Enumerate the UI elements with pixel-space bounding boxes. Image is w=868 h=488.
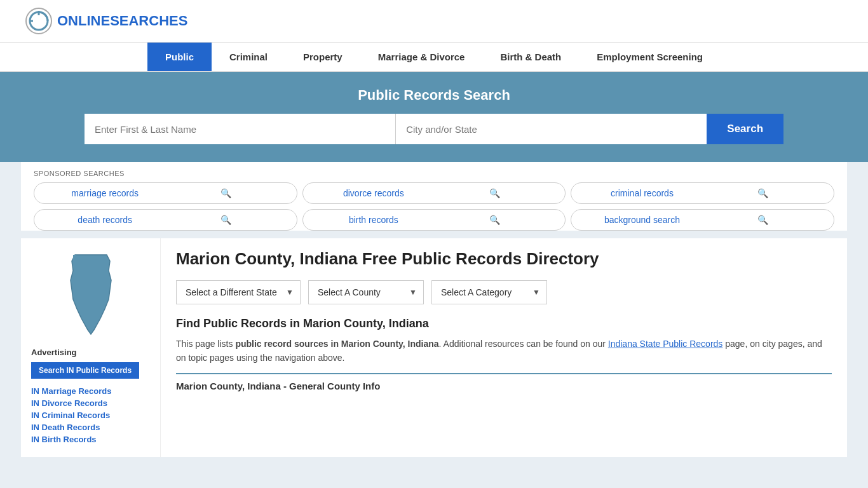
- page-title: Marion County, Indiana Free Public Recor…: [176, 248, 832, 270]
- search-form: Search: [85, 114, 783, 144]
- logo[interactable]: ONLINESEARCHES: [25, 8, 187, 34]
- search-in-public-records-button[interactable]: Search IN Public Records: [31, 362, 139, 379]
- state-dropdown[interactable]: Select a Different State: [177, 281, 300, 304]
- indiana-state-records-link[interactable]: Indiana State Public Records: [608, 339, 723, 349]
- sidebar-link-divorce[interactable]: IN Divorce Records: [31, 398, 150, 408]
- sponsored-background-search[interactable]: background search 🔍: [571, 209, 834, 231]
- nav-property[interactable]: Property: [285, 43, 360, 71]
- search-icon: 🔍: [434, 215, 555, 225]
- sponsored-criminal-records[interactable]: criminal records 🔍: [571, 182, 834, 204]
- search-icon: 🔍: [165, 188, 286, 198]
- logo-text: ONLINESEARCHES: [57, 13, 187, 29]
- nav-criminal[interactable]: Criminal: [212, 43, 285, 71]
- main-content: Marion County, Indiana Free Public Recor…: [161, 238, 847, 457]
- search-button[interactable]: Search: [707, 114, 783, 144]
- sidebar-link-death[interactable]: IN Death Records: [31, 423, 150, 432]
- sponsored-grid: marriage records 🔍 divorce records 🔍 cri…: [34, 182, 834, 231]
- sponsored-divorce-records[interactable]: divorce records 🔍: [302, 182, 566, 204]
- nav-birth-death[interactable]: Birth & Death: [482, 43, 579, 71]
- sidebar: Advertising Search IN Public Records IN …: [21, 238, 161, 457]
- sponsored-death-records[interactable]: death records 🔍: [34, 209, 297, 231]
- sidebar-link-marriage[interactable]: IN Marriage Records: [31, 386, 150, 396]
- name-input[interactable]: [85, 114, 396, 144]
- search-icon: 🔍: [165, 215, 286, 225]
- search-banner-title: Public Records Search: [25, 87, 843, 104]
- dropdowns-row: Select a Different State ▼ Select A Coun…: [176, 280, 832, 304]
- description-text: This page lists public record sources in…: [176, 337, 832, 365]
- search-icon: 🔍: [703, 215, 824, 225]
- county-dropdown[interactable]: Select A County: [309, 281, 423, 304]
- site-header: ONLINESEARCHES: [0, 0, 868, 43]
- search-icon: 🔍: [434, 188, 555, 198]
- sponsored-searches-area: SPONSORED SEARCHES marriage records 🔍 di…: [21, 162, 847, 231]
- indiana-map-icon: [59, 248, 123, 337]
- location-input[interactable]: [396, 114, 707, 144]
- nav-employment-screening[interactable]: Employment Screening: [579, 43, 721, 71]
- nav-marriage-divorce[interactable]: Marriage & Divorce: [360, 43, 483, 71]
- county-dropdown-wrapper: Select A County ▼: [308, 280, 424, 304]
- state-dropdown-wrapper: Select a Different State ▼: [176, 280, 301, 304]
- svg-rect-4: [73, 255, 76, 260]
- sponsored-marriage-records[interactable]: marriage records 🔍: [34, 182, 297, 204]
- page-body: Advertising Search IN Public Records IN …: [21, 238, 847, 457]
- sidebar-link-birth[interactable]: IN Birth Records: [31, 435, 150, 444]
- find-records-title: Find Public Records in Marion County, In…: [176, 317, 832, 330]
- category-dropdown-wrapper: Select A Category ▼: [431, 280, 547, 304]
- nav-public[interactable]: Public: [147, 43, 212, 71]
- search-banner: Public Records Search Search: [0, 72, 868, 162]
- sponsored-label: SPONSORED SEARCHES: [34, 170, 834, 177]
- sponsored-birth-records[interactable]: birth records 🔍: [302, 209, 566, 231]
- county-info-title: Marion County, Indiana - General County …: [176, 373, 832, 391]
- main-navigation: Public Criminal Property Marriage & Divo…: [0, 43, 868, 72]
- category-dropdown[interactable]: Select A Category: [432, 281, 546, 304]
- search-icon: 🔍: [703, 188, 824, 198]
- advertising-label: Advertising: [31, 348, 150, 357]
- logo-icon: [25, 8, 52, 34]
- sidebar-link-criminal[interactable]: IN Criminal Records: [31, 410, 150, 420]
